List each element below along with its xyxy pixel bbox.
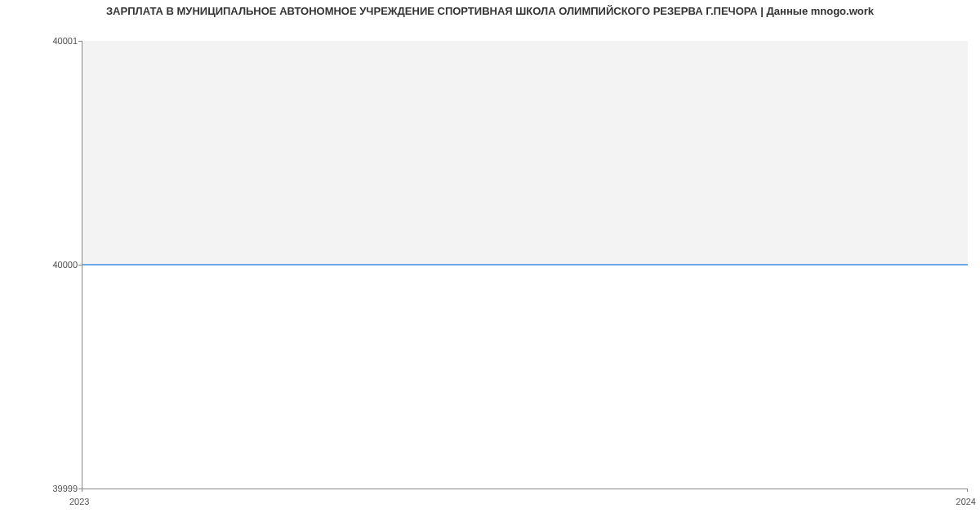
y-axis	[82, 41, 82, 489]
chart-title: ЗАРПЛАТА В МУНИЦИПАЛЬНОЕ АВТОНОМНОЕ УЧРЕ…	[0, 5, 980, 17]
y-tickmark	[78, 41, 82, 42]
x-tick-label: 2023	[69, 497, 89, 506]
area-fill	[82, 41, 968, 265]
y-tick-label: 40001	[4, 36, 78, 46]
x-axis	[82, 489, 968, 489]
x-tickmark	[82, 489, 82, 492]
x-tickmark	[967, 489, 968, 492]
plot-area	[82, 41, 968, 489]
x-tick-label: 2024	[956, 497, 976, 506]
y-tick-label: 40000	[4, 260, 78, 270]
y-tickmark	[78, 265, 82, 266]
y-tick-label: 39999	[4, 484, 78, 493]
series-line	[82, 264, 968, 266]
chart-container: ЗАРПЛАТА В МУНИЦИПАЛЬНОЕ АВТОНОМНОЕ УЧРЕ…	[0, 0, 980, 531]
